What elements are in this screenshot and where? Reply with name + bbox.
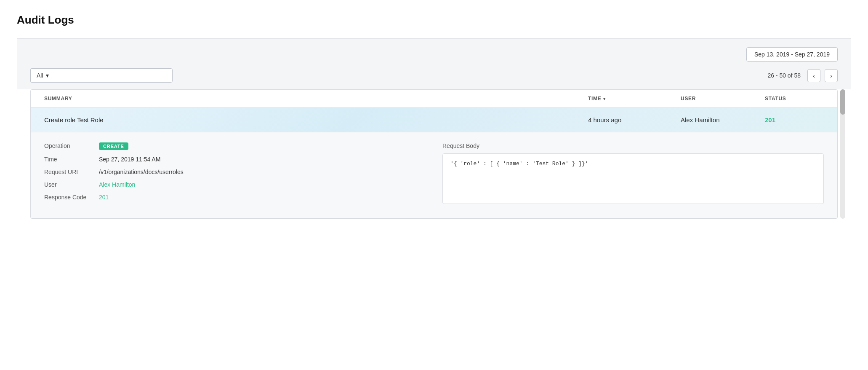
detail-request-uri: Request URI /v1/organizations/docs/userr… bbox=[44, 169, 417, 175]
response-code-label: Response Code bbox=[44, 194, 99, 201]
header-time: TIME ▾ bbox=[588, 96, 681, 102]
user-link[interactable]: Alex Hamilton bbox=[99, 181, 135, 188]
request-body-content: '{ 'role' : [ { 'name' : 'Test Role' } ]… bbox=[442, 153, 824, 204]
table-header: SUMMARY TIME ▾ USER STATUS bbox=[31, 90, 837, 108]
operation-label: Operation bbox=[44, 142, 99, 149]
detail-left: Operation CREATE Time Sep 27, 2019 11:54… bbox=[44, 142, 434, 206]
detail-response-code: Response Code 201 bbox=[44, 194, 417, 201]
detail-operation: Operation CREATE bbox=[44, 142, 417, 150]
date-range-picker[interactable]: Sep 13, 2019 - Sep 27, 2019 bbox=[746, 47, 838, 62]
row-summary: Create role Test Role bbox=[44, 116, 588, 123]
response-code-value: 201 bbox=[99, 194, 109, 201]
request-body-label: Request Body bbox=[442, 142, 824, 149]
operation-badge: CREATE bbox=[99, 142, 128, 150]
row-user: Alex Hamilton bbox=[681, 116, 765, 123]
header-summary: SUMMARY bbox=[44, 96, 588, 102]
date-range-row: Sep 13, 2019 - Sep 27, 2019 bbox=[17, 47, 851, 62]
user-label: User bbox=[44, 181, 99, 188]
detail-time: Time Sep 27, 2019 11:54 AM bbox=[44, 156, 417, 163]
log-row[interactable]: Create role Test Role 4 hours ago Alex H… bbox=[31, 108, 837, 132]
scrollbar-thumb[interactable] bbox=[840, 89, 845, 115]
detail-right: Request Body '{ 'role' : [ { 'name' : 'T… bbox=[434, 142, 824, 206]
scrollbar-area: SUMMARY TIME ▾ USER STATUS Create role T… bbox=[30, 89, 838, 219]
pagination: 26 - 50 of 58 ‹ › bbox=[767, 69, 838, 82]
row-status: 201 bbox=[765, 116, 824, 123]
search-input[interactable] bbox=[55, 68, 173, 83]
page-container: Audit Logs Sep 13, 2019 - Sep 27, 2019 A… bbox=[0, 0, 868, 246]
pagination-info: 26 - 50 of 58 bbox=[767, 72, 801, 79]
pagination-next-button[interactable]: › bbox=[825, 69, 838, 82]
time-value: Sep 27, 2019 11:54 AM bbox=[99, 156, 160, 163]
chevron-down-icon: ▾ bbox=[46, 72, 49, 79]
header-status: STATUS bbox=[765, 96, 824, 102]
dropdown-label: All bbox=[37, 72, 43, 79]
row-time: 4 hours ago bbox=[588, 116, 681, 123]
log-detail-panel: Operation CREATE Time Sep 27, 2019 11:54… bbox=[31, 132, 837, 218]
detail-user: User Alex Hamilton bbox=[44, 181, 417, 188]
audit-log-table: SUMMARY TIME ▾ USER STATUS Create role T… bbox=[30, 89, 838, 219]
toolbar-area: Sep 13, 2019 - Sep 27, 2019 All ▾ 26 - 5… bbox=[17, 38, 851, 89]
header-user: USER bbox=[681, 96, 765, 102]
main-content: SUMMARY TIME ▾ USER STATUS Create role T… bbox=[17, 89, 851, 232]
request-uri-value: /v1/organizations/docs/userroles bbox=[99, 169, 184, 175]
page-title: Audit Logs bbox=[17, 13, 851, 27]
filter-left: All ▾ bbox=[30, 68, 173, 83]
filter-row: All ▾ 26 - 50 of 58 ‹ › bbox=[17, 68, 851, 83]
request-uri-label: Request URI bbox=[44, 169, 99, 175]
time-label: Time bbox=[44, 156, 99, 163]
sort-arrow-icon[interactable]: ▾ bbox=[603, 97, 606, 101]
scrollbar[interactable] bbox=[840, 89, 845, 219]
pagination-prev-button[interactable]: ‹ bbox=[807, 69, 820, 82]
type-dropdown[interactable]: All ▾ bbox=[30, 68, 55, 83]
